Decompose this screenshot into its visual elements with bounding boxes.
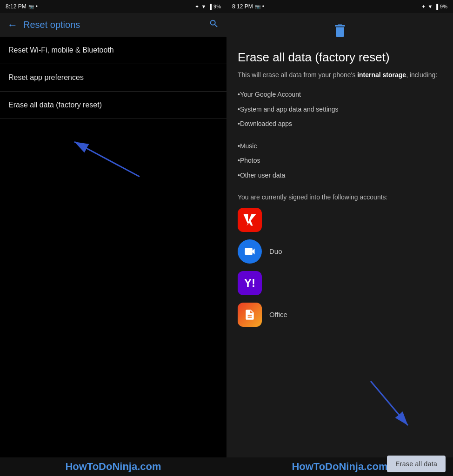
right-panel: 8:12 PM 📷 • ✦ ▼ ▐ 9% Erase all data (fac… xyxy=(226,0,453,476)
menu-item-factory-reset[interactable]: Erase all data (factory reset) xyxy=(0,92,226,119)
duo-icon xyxy=(238,239,262,264)
accounts-intro-text: You are currently signed into the follow… xyxy=(238,192,442,202)
search-icon xyxy=(209,19,219,29)
right-content: Erase all data (factory reset) This will… xyxy=(226,13,453,457)
data-item-2: •Downloaded apps xyxy=(238,117,442,132)
back-button[interactable]: ← xyxy=(7,19,18,31)
account-office-row: Office xyxy=(238,303,442,327)
adobe-icon xyxy=(238,208,262,232)
left-battery: 9% xyxy=(213,4,221,9)
left-camera-icon: 📷 xyxy=(28,4,34,9)
duo-label: Duo xyxy=(269,247,282,255)
office-label: Office xyxy=(269,311,287,318)
erase-all-data-button[interactable]: Erase all data xyxy=(387,456,446,472)
left-signal-icon: ▐ xyxy=(208,4,212,9)
account-yahoo-row: Y! xyxy=(238,271,442,295)
data-item-5: •Other user data xyxy=(238,168,442,183)
right-signal-icon: ▐ xyxy=(434,4,438,9)
right-bluetooth-icon: ✦ xyxy=(421,4,426,10)
trash-icon xyxy=(238,22,442,43)
left-screen-title: Reset options xyxy=(23,20,203,30)
data-item-3: •Music xyxy=(238,139,442,154)
right-camera-icon: 📷 xyxy=(255,4,260,9)
erase-button-container: Erase all data xyxy=(387,456,446,472)
watermark-left: HowToDoNinja.com xyxy=(65,461,161,473)
office-icon xyxy=(238,303,262,327)
data-item-1: •System and app data and settings xyxy=(238,102,442,117)
intro-text: This will erase all data from your phone… xyxy=(238,70,442,80)
yahoo-icon: Y! xyxy=(238,271,262,295)
left-time: 8:12 PM xyxy=(6,3,27,10)
account-adobe-row xyxy=(238,208,442,232)
menu-item-wifi[interactable]: Reset Wi-Fi, mobile & Bluetooth xyxy=(0,37,226,64)
data-list: •Your Google Account •System and app dat… xyxy=(238,87,442,183)
left-bluetooth-icon: ✦ xyxy=(195,4,199,10)
right-wifi-icon: ▼ xyxy=(427,4,433,9)
reset-menu-list: Reset Wi-Fi, mobile & Bluetooth Reset ap… xyxy=(0,37,226,457)
left-toolbar: ← Reset options xyxy=(0,13,226,37)
account-duo-row: Duo xyxy=(238,239,442,264)
left-dot: • xyxy=(36,3,38,10)
left-wifi-icon: ▼ xyxy=(201,4,206,9)
data-item-0: •Your Google Account xyxy=(238,87,442,102)
erase-page-title: Erase all data (factory reset) xyxy=(238,50,442,65)
left-status-bar: 8:12 PM 📷 • ✦ ▼ ▐ 9% xyxy=(0,0,226,13)
right-battery: 9% xyxy=(440,4,447,9)
watermark-right: HowToDoNinja.com xyxy=(292,461,387,473)
right-time: 8:12 PM xyxy=(232,3,253,10)
right-status-bar: 8:12 PM 📷 • ✦ ▼ ▐ 9% xyxy=(226,0,453,13)
menu-item-app-prefs[interactable]: Reset app preferences xyxy=(0,64,226,92)
right-dot: • xyxy=(262,3,264,10)
data-item-4: •Photos xyxy=(238,153,442,168)
search-button[interactable] xyxy=(209,19,219,31)
